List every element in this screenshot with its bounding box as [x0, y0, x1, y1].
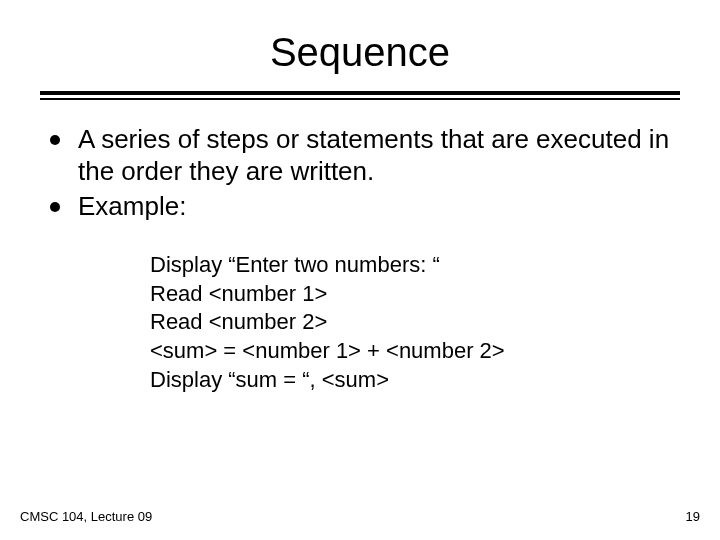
footer-left: CMSC 104, Lecture 09 [20, 509, 152, 524]
example-block: Display “Enter two numbers: “ Read <numb… [50, 251, 670, 394]
bullet-list: A series of steps or statements that are… [50, 124, 670, 223]
example-line: Display “sum = “, <sum> [150, 366, 670, 395]
bullet-item: Example: [50, 191, 670, 223]
bullet-dot-icon [50, 202, 60, 212]
slide: Sequence A series of steps or statements… [0, 0, 720, 540]
example-line: Read <number 1> [150, 280, 670, 309]
content-area: A series of steps or statements that are… [40, 124, 680, 394]
title-rule [40, 91, 680, 100]
example-line: <sum> = <number 1> + <number 2> [150, 337, 670, 366]
example-line: Read <number 2> [150, 308, 670, 337]
rule-thick [40, 91, 680, 95]
bullet-text: A series of steps or statements that are… [78, 124, 669, 186]
bullet-dot-icon [50, 135, 60, 145]
bullet-text: Example: [78, 191, 186, 221]
slide-title: Sequence [40, 30, 680, 75]
example-line: Display “Enter two numbers: “ [150, 251, 670, 280]
rule-thin [40, 98, 680, 100]
bullet-item: A series of steps or statements that are… [50, 124, 670, 187]
slide-number: 19 [686, 509, 700, 524]
